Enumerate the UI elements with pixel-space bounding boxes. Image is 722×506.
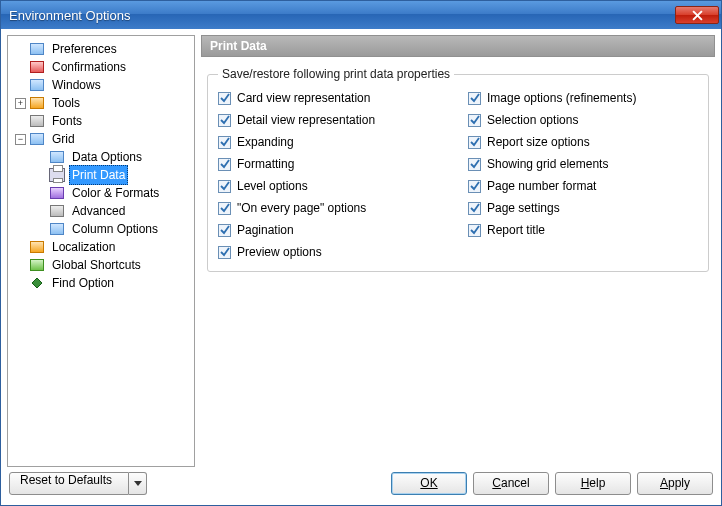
checkbox-label: Preview options bbox=[237, 245, 322, 259]
help-button[interactable]: Help bbox=[555, 472, 631, 495]
checkbox-row[interactable]: Card view representation bbox=[218, 89, 448, 107]
checkbox-label: Report size options bbox=[487, 135, 590, 149]
checkbox[interactable] bbox=[468, 136, 481, 149]
find-icon bbox=[29, 275, 45, 291]
checkbox[interactable] bbox=[468, 92, 481, 105]
check-icon bbox=[220, 225, 230, 235]
tools-icon bbox=[29, 95, 45, 111]
checkbox-label: Page settings bbox=[487, 201, 560, 215]
nav-tree[interactable]: Preferences Confirmations Windows + Tool… bbox=[7, 35, 195, 467]
tree-label: Preferences bbox=[49, 40, 120, 58]
check-icon bbox=[470, 93, 480, 103]
grid-icon bbox=[29, 131, 45, 147]
checkbox-row[interactable]: Preview options bbox=[218, 243, 448, 261]
check-icon bbox=[220, 159, 230, 169]
close-button[interactable] bbox=[675, 6, 719, 24]
checkbox-label: Detail view representation bbox=[237, 113, 375, 127]
tree-node-print-data[interactable]: Print Data bbox=[8, 166, 194, 184]
checkbox[interactable] bbox=[468, 114, 481, 127]
tree-node-advanced[interactable]: Advanced bbox=[8, 202, 194, 220]
tree-node-confirmations[interactable]: Confirmations bbox=[8, 58, 194, 76]
close-icon bbox=[692, 10, 703, 21]
titlebar: Environment Options bbox=[1, 1, 721, 29]
localization-icon bbox=[29, 239, 45, 255]
checkbox-row[interactable]: Selection options bbox=[468, 111, 698, 129]
tree-node-fonts[interactable]: Fonts bbox=[8, 112, 194, 130]
checkbox[interactable] bbox=[218, 246, 231, 259]
collapse-icon[interactable]: − bbox=[15, 134, 26, 145]
check-icon bbox=[220, 93, 230, 103]
checkbox[interactable] bbox=[218, 136, 231, 149]
preferences-icon bbox=[29, 41, 45, 57]
fonts-icon bbox=[29, 113, 45, 129]
checkbox-row[interactable]: Pagination bbox=[218, 221, 448, 239]
checkbox-row[interactable]: Formatting bbox=[218, 155, 448, 173]
checkbox-row[interactable]: Report title bbox=[468, 221, 698, 239]
tree-node-data-options[interactable]: Data Options bbox=[8, 148, 194, 166]
content-title: Print Data bbox=[210, 39, 267, 53]
checkbox[interactable] bbox=[218, 224, 231, 237]
check-icon bbox=[220, 137, 230, 147]
tree-node-column-options[interactable]: Column Options bbox=[8, 220, 194, 238]
check-icon bbox=[220, 247, 230, 257]
apply-button[interactable]: Apply bbox=[637, 472, 713, 495]
check-icon bbox=[470, 159, 480, 169]
checkbox-label: Card view representation bbox=[237, 91, 370, 105]
cancel-button[interactable]: Cancel bbox=[473, 472, 549, 495]
properties-group: Save/restore following print data proper… bbox=[207, 67, 709, 272]
checkbox[interactable] bbox=[468, 224, 481, 237]
checkbox-row[interactable]: Level options bbox=[218, 177, 448, 195]
content-body: Save/restore following print data proper… bbox=[201, 57, 715, 467]
checkbox[interactable] bbox=[468, 158, 481, 171]
ok-button[interactable]: OK bbox=[391, 472, 467, 495]
group-legend: Save/restore following print data proper… bbox=[218, 67, 454, 81]
check-icon bbox=[470, 137, 480, 147]
checkbox-label: Level options bbox=[237, 179, 308, 193]
checkbox-label: Selection options bbox=[487, 113, 578, 127]
tree-label: Print Data bbox=[69, 165, 128, 185]
checkbox-col-left: Card view representationDetail view repr… bbox=[218, 89, 448, 261]
checkbox-col-right: Image options (refinements)Selection opt… bbox=[468, 89, 698, 261]
reset-defaults-dropdown[interactable] bbox=[129, 472, 147, 495]
tree-node-find-option[interactable]: Find Option bbox=[8, 274, 194, 292]
checkbox-row[interactable]: Showing grid elements bbox=[468, 155, 698, 173]
tree-node-tools[interactable]: + Tools bbox=[8, 94, 194, 112]
window-title: Environment Options bbox=[9, 8, 675, 23]
check-icon bbox=[220, 203, 230, 213]
checkbox[interactable] bbox=[218, 92, 231, 105]
checkbox-label: Report title bbox=[487, 223, 545, 237]
checkbox[interactable] bbox=[218, 202, 231, 215]
tree-node-localization[interactable]: Localization bbox=[8, 238, 194, 256]
tree-node-global-shortcuts[interactable]: Global Shortcuts bbox=[8, 256, 194, 274]
tree-node-preferences[interactable]: Preferences bbox=[8, 40, 194, 58]
checkbox-label: Formatting bbox=[237, 157, 294, 171]
checkbox-row[interactable]: Page number format bbox=[468, 177, 698, 195]
reset-defaults-button[interactable]: Reset to Defaults bbox=[9, 472, 129, 495]
tree-label: Windows bbox=[49, 76, 104, 94]
expand-icon[interactable]: + bbox=[15, 98, 26, 109]
printer-icon bbox=[49, 167, 65, 183]
checkbox-row[interactable]: Expanding bbox=[218, 133, 448, 151]
tree-node-grid[interactable]: − Grid bbox=[8, 130, 194, 148]
checkbox[interactable] bbox=[218, 180, 231, 193]
main-split: Preferences Confirmations Windows + Tool… bbox=[7, 35, 715, 467]
client-area: Preferences Confirmations Windows + Tool… bbox=[1, 29, 721, 505]
tree-label: Color & Formats bbox=[69, 184, 162, 202]
checkbox-row[interactable]: Report size options bbox=[468, 133, 698, 151]
checkbox[interactable] bbox=[218, 114, 231, 127]
check-icon bbox=[470, 115, 480, 125]
tree-label: Find Option bbox=[49, 274, 117, 292]
checkbox-label: Expanding bbox=[237, 135, 294, 149]
checkbox-row[interactable]: Detail view representation bbox=[218, 111, 448, 129]
checkbox-row[interactable]: Image options (refinements) bbox=[468, 89, 698, 107]
tree-node-windows[interactable]: Windows bbox=[8, 76, 194, 94]
reset-defaults-combo: Reset to Defaults bbox=[9, 472, 147, 495]
checkbox[interactable] bbox=[468, 202, 481, 215]
tree-label: Global Shortcuts bbox=[49, 256, 144, 274]
content-header: Print Data bbox=[201, 35, 715, 57]
checkbox[interactable] bbox=[218, 158, 231, 171]
checkbox[interactable] bbox=[468, 180, 481, 193]
checkbox-row[interactable]: Page settings bbox=[468, 199, 698, 217]
tree-node-color-formats[interactable]: Color & Formats bbox=[8, 184, 194, 202]
checkbox-row[interactable]: "On every page" options bbox=[218, 199, 448, 217]
